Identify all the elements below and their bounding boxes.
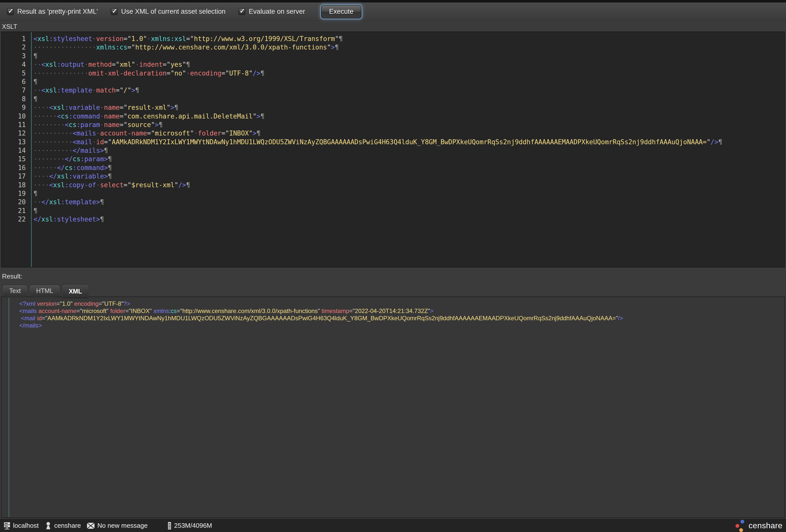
code-line: 11········<cs:param·name="source">¶ [1, 120, 785, 129]
code-line: 2················xmlns:cs="http://www.ce… [1, 43, 785, 51]
code-line: 1<xsl:stylesheet·version="1.0"·xmlns:xsl… [1, 34, 785, 43]
censhare-logo-text: censhare [748, 521, 783, 530]
xslt-code-editor[interactable]: 1<xsl:stylesheet·version="1.0"·xmlns:xsl… [1, 31, 785, 268]
user-icon [45, 522, 52, 530]
line-number: 17 [1, 172, 26, 181]
checkbox-checked-icon[interactable]: ✓ [7, 8, 14, 15]
logo-dot-red [736, 524, 739, 528]
checkbox-label: Evaluate on server [249, 8, 305, 16]
checkbox-checked-icon[interactable]: ✓ [111, 8, 117, 15]
status-user-label: censhare [54, 522, 81, 530]
tab-text[interactable]: Text [2, 285, 27, 297]
code-line: 17····</xsl:variable>¶ [1, 172, 785, 181]
check-mark-icon: ✓ [112, 7, 117, 15]
status-messages-label: No new message [97, 522, 148, 530]
xslt-section-label: XSLT [2, 23, 17, 30]
line-number: 7 [1, 86, 26, 94]
censhare-logo-dots-icon [735, 519, 747, 532]
line-number: 12 [1, 129, 26, 138]
code-line: 7··<xsl:template·match="/">¶ [1, 86, 785, 94]
line-number: 19 [1, 189, 26, 198]
line-number: 15 [1, 155, 26, 163]
code-line: 6¶ [1, 77, 785, 86]
code-line: 16······</cs:command>¶ [1, 163, 785, 172]
code-line: 22</xsl:stylesheet>¶ [1, 215, 785, 224]
memory-icon [167, 522, 171, 530]
tab-xml[interactable]: XML [62, 284, 89, 298]
evaluate-on-server-checkbox-item[interactable]: ✓ Evaluate on server [238, 8, 305, 16]
code-line: 15········</cs:param>¶ [1, 155, 785, 163]
checkbox-label: Result as 'pretty-print XML' [17, 8, 98, 16]
editor-code: 1<xsl:stylesheet·version="1.0"·xmlns:xsl… [1, 32, 785, 224]
status-bar: localhost censhare No new message [0, 519, 786, 532]
toolbar: ✓ Result as 'pretty-print XML' ✓ Use XML… [0, 2, 786, 21]
line-number: 2 [1, 43, 26, 51]
status-memory-label: 253M/4096M [174, 522, 212, 530]
server-icon [3, 522, 10, 530]
result-gutter-line [8, 298, 9, 517]
xslt-processor-window: ✓ Result as 'pretty-print XML' ✓ Use XML… [0, 0, 786, 532]
line-number: 14 [1, 146, 26, 155]
line-number: 4 [1, 60, 26, 69]
code-line: 19¶ [1, 189, 785, 198]
line-number: 22 [1, 215, 26, 224]
mail-icon [87, 522, 95, 529]
use-xml-of-selection-checkbox-item[interactable]: ✓ Use XML of current asset selection [111, 8, 226, 16]
result-tabs: Text HTML XML [2, 284, 89, 297]
logo-dot-blue [740, 520, 744, 524]
line-number: 20 [1, 198, 26, 206]
result-code: <?xml version="1.0" encoding="UTF-8"?><m… [1, 297, 785, 329]
line-number: 6 [1, 77, 26, 86]
status-host[interactable]: localhost [3, 522, 39, 530]
status-user[interactable]: censhare [45, 522, 81, 530]
code-line: 12··········<mails·account-name="microso… [1, 129, 785, 138]
code-line: 5··············omit-xml-declaration="no"… [1, 69, 785, 77]
line-number: 21 [1, 207, 26, 215]
line-number: 1 [1, 34, 26, 43]
code-line: 4··<xsl:output·method="xml"·indent="yes"… [1, 60, 785, 69]
code-line: 9····<xsl:variable·name="result-xml">¶ [1, 103, 785, 112]
checkbox-checked-icon[interactable]: ✓ [238, 8, 245, 15]
result-section-label: Result: [2, 273, 22, 280]
result-output-panel[interactable]: <?xml version="1.0" encoding="UTF-8"?><m… [1, 297, 785, 518]
code-line: 8¶ [1, 95, 785, 103]
code-line: 21¶ [1, 207, 785, 215]
line-number: 13 [1, 138, 26, 146]
tab-html[interactable]: HTML [29, 285, 60, 297]
logo-dot-orange [739, 528, 743, 532]
result-line: </mails> [11, 322, 782, 329]
line-number: 10 [1, 112, 26, 120]
code-line: 3¶ [1, 52, 785, 60]
line-number: 3 [1, 52, 26, 60]
checkbox-label: Use XML of current asset selection [121, 8, 226, 16]
code-line: 10······<cs:command·name="com.censhare.a… [1, 112, 785, 120]
code-line: 20··</xsl:template>¶ [1, 198, 785, 206]
line-number: 8 [1, 95, 26, 103]
check-mark-icon: ✓ [8, 7, 14, 15]
result-line: <mail id="AAMkADRkNDM1Y2IxLWY1MWYtNDAwNy… [11, 315, 782, 322]
code-line: 13··········<mail·id="AAMkADRkNDM1Y2IxLW… [1, 138, 785, 146]
execute-button[interactable]: Execute [321, 5, 362, 19]
line-number: 5 [1, 69, 26, 77]
line-number: 11 [1, 120, 26, 129]
line-number: 16 [1, 163, 26, 172]
line-number: 9 [1, 103, 26, 112]
check-mark-icon: ✓ [239, 7, 245, 15]
window-top-strip [0, 0, 786, 2]
line-number: 18 [1, 181, 26, 189]
censhare-logo: censhare [735, 519, 783, 532]
pretty-print-xml-checkbox-item[interactable]: ✓ Result as 'pretty-print XML' [7, 8, 98, 16]
result-line: <mails account-name="microsoft" folder="… [11, 307, 782, 315]
code-line: 14··········</mails>¶ [1, 146, 785, 155]
result-line: <?xml version="1.0" encoding="UTF-8"?> [11, 300, 782, 307]
code-line: 18····<xsl:copy-of·select="$result-xml"/… [1, 181, 785, 189]
status-memory[interactable]: 253M/4096M [167, 522, 212, 530]
status-host-label: localhost [13, 522, 39, 530]
status-messages[interactable]: No new message [87, 522, 148, 530]
